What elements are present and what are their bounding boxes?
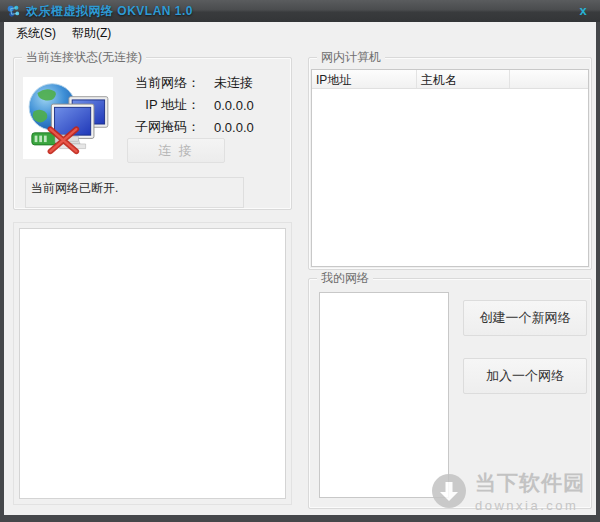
- menu-system[interactable]: 系统(S): [8, 22, 64, 45]
- subnet-mask-label: 子网掩码：: [114, 118, 200, 136]
- group-my-network: 我的网络 创建一个新网络 加入一个网络: [308, 278, 592, 509]
- network-disconnected-image: [23, 77, 113, 159]
- computers-listview[interactable]: IP地址 主机名: [311, 69, 589, 267]
- window-title: 欢乐橙虚拟网络 OKVLAN 1.0: [26, 3, 193, 20]
- column-ip-address[interactable]: IP地址: [312, 70, 417, 88]
- app-window: 欢乐橙虚拟网络 OKVLAN 1.0 x 系统(S) 帮助(Z) 当前连接状态(…: [0, 0, 600, 522]
- my-network-listbox[interactable]: [319, 292, 449, 498]
- info-row-ip: IP 地址： 0.0.0.0: [114, 94, 286, 116]
- group-network-computers: 网内计算机 IP地址 主机名: [308, 57, 592, 270]
- computers-list-header: IP地址 主机名: [312, 70, 588, 89]
- log-area[interactable]: [19, 228, 286, 499]
- create-network-button[interactable]: 创建一个新网络: [463, 300, 587, 336]
- ip-address-value: 0.0.0.0: [200, 98, 254, 113]
- connection-info: 当前网络： 未连接 IP 地址： 0.0.0.0 子网掩码： 0.0.0.0: [114, 72, 286, 138]
- menu-help[interactable]: 帮助(Z): [64, 22, 119, 45]
- current-network-value: 未连接: [200, 74, 253, 92]
- menu-bar: 系统(S) 帮助(Z): [4, 22, 596, 45]
- close-button[interactable]: x: [572, 1, 594, 21]
- status-message: 当前网络已断开.: [31, 181, 118, 195]
- connect-button[interactable]: 连 接: [127, 138, 225, 163]
- status-message-box: 当前网络已断开.: [25, 177, 244, 208]
- group-network-computers-title: 网内计算机: [317, 50, 385, 64]
- network-disconnected-icon: [26, 80, 110, 156]
- join-network-button[interactable]: 加入一个网络: [463, 358, 587, 394]
- column-empty: [510, 70, 588, 88]
- info-row-network: 当前网络： 未连接: [114, 72, 286, 94]
- app-logo-icon: [6, 4, 21, 19]
- computers-list-body[interactable]: [312, 89, 588, 266]
- column-hostname[interactable]: 主机名: [417, 70, 510, 88]
- group-connection-status-title: 当前连接状态(无连接): [22, 50, 146, 64]
- subnet-mask-value: 0.0.0.0: [200, 120, 254, 135]
- title-bar[interactable]: 欢乐橙虚拟网络 OKVLAN 1.0 x: [0, 0, 600, 22]
- current-network-label: 当前网络：: [114, 74, 200, 92]
- group-connection-status: 当前连接状态(无连接): [13, 57, 292, 210]
- info-row-mask: 子网掩码： 0.0.0.0: [114, 116, 286, 138]
- client-area: 当前连接状态(无连接): [4, 45, 596, 515]
- ip-address-label: IP 地址：: [114, 96, 200, 114]
- group-my-network-title: 我的网络: [317, 271, 373, 285]
- log-panel: [13, 222, 292, 505]
